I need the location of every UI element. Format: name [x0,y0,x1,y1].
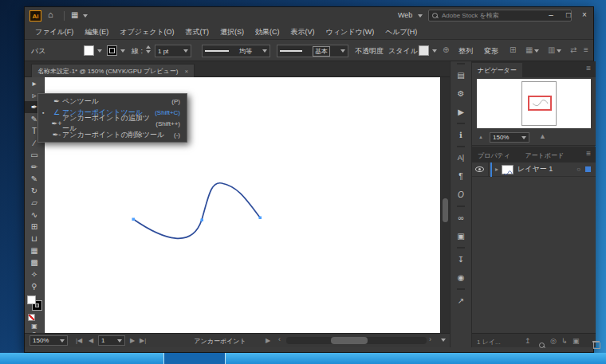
menu-object[interactable]: オブジェクト(O) [114,27,179,37]
dock-cc-libraries-icon[interactable]: ▤ [451,66,471,84]
new-sublayer-icon[interactable]: ↳ [561,337,568,345]
drawing-modes-icon[interactable]: ▣ [25,323,44,331]
zoom-out-icon[interactable]: ▲ [478,135,483,139]
menu-type[interactable]: 書式(T) [180,27,215,37]
previous-artboard-icon[interactable]: ◀ [89,337,93,344]
document-tab[interactable]: 名称未設定-1* @ 150% (CMYK/GPU プレビュー) × [31,64,195,77]
bezier-curve[interactable] [133,183,260,239]
document-setup-globe-icon[interactable]: ⊕ [443,45,449,54]
menu-help[interactable]: ヘルプ(H) [380,27,423,37]
tab-navigator[interactable]: ナビゲーター [472,63,522,79]
arrange-documents-icon[interactable]: ▦ [71,10,88,19]
layer-target-circle[interactable]: ○ [576,166,580,173]
eyedropper-tool[interactable]: ✧ [25,268,44,280]
stroke-color-swatch[interactable] [107,45,117,56]
locate-object-icon[interactable] [539,342,545,349]
dock-character-icon[interactable]: A| [451,149,471,167]
dock-links-icon[interactable]: ∞ [451,209,471,227]
menu-effect[interactable]: 効果(C) [250,27,285,37]
width-profile-dropdown[interactable]: 均等 [202,45,270,57]
layer-row[interactable]: ▸ レイヤー 1 ○ [472,162,596,177]
stroke-weight-field[interactable]: 1 pt [155,45,191,57]
windows-taskbar[interactable] [0,353,606,364]
navigator-zoom-field[interactable]: 150% [490,132,529,143]
last-artboard-icon[interactable]: ▶| [140,337,146,344]
stroke-weight-stepper[interactable] [146,45,151,53]
style-swatch[interactable] [419,45,429,56]
vertical-scroll-thumb[interactable] [443,198,448,222]
first-artboard-icon[interactable]: |◀ [76,337,82,344]
brush-definition-dropdown[interactable]: 基本 [277,45,348,57]
navigator-panel-menu-icon[interactable]: ≡ [586,64,591,72]
close-button[interactable]: × [576,7,593,23]
maximize-button[interactable]: □ [560,7,577,23]
opacity-label[interactable]: 不透明度 [355,46,384,57]
arrange-icon[interactable]: ⇄ [570,45,576,54]
menu-select[interactable]: 選択(S) [214,27,250,37]
menu-edit[interactable]: 編集(E) [79,27,114,37]
status-tray-icon[interactable]: ▶ [266,337,270,344]
layer-name[interactable]: レイヤー 1 [517,164,553,174]
scale-tool[interactable]: ▱ [25,197,44,209]
tab-close-icon[interactable]: × [184,68,188,75]
anchor-point-right[interactable] [259,217,262,220]
layer-thumbnail[interactable] [502,165,514,174]
menu-file[interactable]: ファイル(F) [30,27,79,37]
gradient-tool[interactable]: ▩ [25,256,44,268]
titlebar[interactable]: Ai ⌂ ▦ Web Adobe Stock を検索 – □ × [25,7,593,25]
layer-selected-art-indicator[interactable] [585,166,591,172]
dock-document-info-icon[interactable]: ℹ [451,126,471,144]
shape-modes-icon[interactable]: ▥ [548,45,561,54]
collect-for-export-icon[interactable]: ↥ [525,337,531,345]
artboard-number-field[interactable]: 1 [98,335,125,346]
anchor-point-middle[interactable] [201,219,204,222]
layer-expand-icon[interactable]: ▸ [495,166,498,173]
none-swatch[interactable] [28,314,35,321]
stroke-dropdown-icon[interactable] [120,49,125,53]
zoom-level-dropdown[interactable]: 150% [30,335,68,346]
flyout-item-add-anchor-point-tool[interactable]: ✒+ アンカーポイントの追加ツール (Shift++) [38,118,187,129]
pencil-tool[interactable]: ✎ [25,173,44,185]
home-icon[interactable]: ⌂ [48,10,53,19]
horizontal-scroll-thumb[interactable] [331,337,368,344]
navigator-preview[interactable] [477,79,591,128]
tab-artboards[interactable]: アートボード [519,148,569,164]
fill-swatch[interactable] [27,296,36,304]
shape-builder-tool[interactable]: ⊔ [25,233,44,245]
menu-window[interactable]: ウィンドウ(W) [321,27,380,37]
rotate-tool[interactable]: ↻ [25,185,44,197]
bounding-box-icon[interactable]: ⊞ [510,45,516,54]
style-dropdown-icon[interactable] [432,49,437,53]
scroll-left-icon[interactable]: ‹ [278,335,281,343]
delete-layer-icon[interactable] [593,341,600,348]
rectangle-tool[interactable]: ▭ [25,149,44,161]
isolate-icon[interactable]: ▦ [525,45,539,54]
fill-dropdown-icon[interactable] [97,49,102,53]
panel-list-icon[interactable]: ≡ [584,45,588,54]
layer-visibility-eye-icon[interactable] [475,166,484,172]
selection-tool[interactable]: ▸ [25,77,44,89]
document-profile-switcher[interactable]: Web [398,11,423,19]
scroll-right-icon[interactable]: › [429,335,431,343]
flyout-item-pen-tool[interactable]: ✒ ペンツール (P) [38,96,187,107]
tab-properties[interactable]: プロパティ [472,148,516,164]
dock-swatches-book-icon[interactable]: ▣ [451,227,471,245]
navigator-view-box[interactable] [528,96,552,111]
horizontal-scrollbar[interactable] [286,337,427,344]
zoom-tool[interactable]: ⚲ [25,280,44,292]
align-button[interactable]: 整列 [458,46,473,57]
width-tool[interactable]: ∿ [25,209,44,221]
mesh-tool[interactable]: ▦ [25,245,44,256]
dock-opentype-icon[interactable]: O [451,186,471,204]
new-layer-icon[interactable]: ▣ [573,337,580,345]
zoom-in-icon[interactable]: ▲ [539,132,546,140]
dock-asset-export-icon[interactable]: ↧ [451,250,471,268]
dock-paragraph-icon[interactable]: ¶ [451,167,471,186]
flyout-item-delete-anchor-point-tool[interactable]: ✒- アンカーポイントの削除ツール (-) [38,129,187,140]
fill-color-swatch[interactable] [84,45,94,56]
vertical-scroll-down-icon[interactable] [441,339,446,342]
clipping-mask-icon[interactable]: ◎ [550,337,557,345]
transform-button[interactable]: 変形 [484,46,498,57]
taskbar-active-app[interactable] [163,353,226,364]
vertical-scrollbar[interactable] [440,77,450,333]
